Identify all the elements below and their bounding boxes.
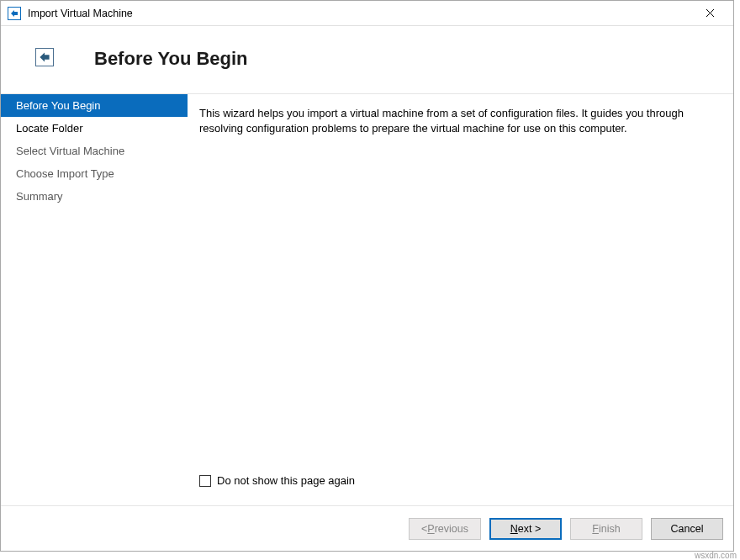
cancel-button[interactable]: Cancel (651, 518, 723, 540)
wizard-window: Import Virtual Machine Before You Begin … (0, 0, 734, 552)
previous-button: < Previous (409, 518, 481, 540)
wizard-header: Before You Begin (1, 26, 733, 94)
window-title: Import Virtual Machine (28, 8, 133, 19)
import-vm-icon (35, 48, 54, 66)
wizard-description: This wizard helps you import a virtual m… (199, 106, 722, 136)
step-select-vm: Select Virtual Machine (1, 140, 188, 162)
wizard-footer: < Previous Next > Finish Cancel (1, 505, 733, 551)
step-before-you-begin[interactable]: Before You Begin (1, 94, 188, 117)
finish-button: Finish (570, 518, 642, 540)
wizard-main-panel: This wizard helps you import a virtual m… (188, 94, 733, 505)
wizard-body: Before You Begin Locate Folder Select Vi… (1, 94, 733, 505)
watermark: wsxdn.com (695, 551, 737, 560)
import-vm-icon (8, 7, 21, 20)
wizard-steps-sidebar: Before You Begin Locate Folder Select Vi… (1, 94, 188, 505)
do-not-show-row: Do not show this page again (199, 474, 722, 487)
titlebar: Import Virtual Machine (1, 1, 733, 26)
step-choose-import-type: Choose Import Type (1, 162, 188, 185)
do-not-show-label: Do not show this page again (217, 474, 355, 487)
do-not-show-checkbox[interactable] (199, 475, 211, 487)
close-button[interactable] (693, 2, 727, 25)
page-heading: Before You Begin (94, 48, 248, 70)
step-summary: Summary (1, 185, 188, 208)
next-button[interactable]: Next > (489, 518, 562, 540)
step-locate-folder[interactable]: Locate Folder (1, 117, 188, 140)
